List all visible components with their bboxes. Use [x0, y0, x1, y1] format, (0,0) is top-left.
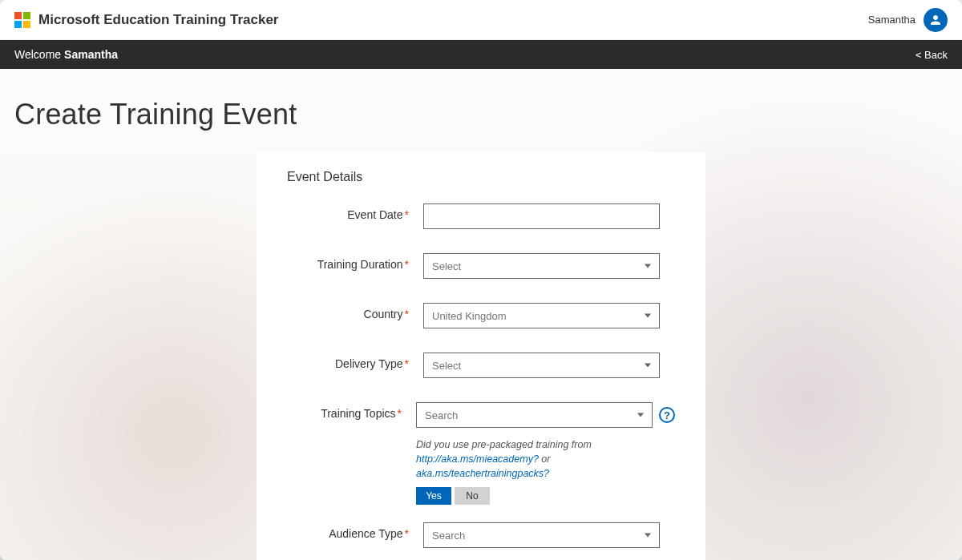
- label-delivery-type: Delivery Type*: [287, 353, 423, 370]
- welcome-bar: Welcome Samantha < Back: [0, 40, 962, 69]
- microsoft-logo-icon: [14, 12, 30, 28]
- training-duration-select[interactable]: Select: [423, 253, 660, 279]
- audience-type-select[interactable]: Search: [423, 522, 660, 548]
- app-frame: Microsoft Education Training Tracker Sam…: [0, 0, 962, 560]
- row-country: Country* United Kingdom: [287, 303, 675, 328]
- content-scroll[interactable]: Create Training Event Event Details Even…: [0, 69, 962, 560]
- row-delivery-type: Delivery Type* Select: [287, 353, 675, 378]
- row-event-date: Event Date*: [287, 203, 675, 229]
- label-training-duration: Training Duration*: [287, 253, 423, 271]
- page-title: Create Training Event: [14, 98, 948, 131]
- required-asterisk: *: [405, 208, 409, 221]
- delivery-type-select[interactable]: Select: [423, 353, 660, 378]
- chevron-down-icon: [645, 534, 651, 538]
- label-audience-type: Audience Type*: [287, 522, 423, 540]
- header-user-name: Samantha: [868, 14, 916, 26]
- chevron-down-icon: [645, 314, 651, 318]
- link-mieacademy[interactable]: http://aka.ms/mieacademy?: [416, 453, 539, 465]
- row-audience-type: Audience Type* Search: [287, 522, 675, 548]
- label-event-date: Event Date*: [287, 203, 423, 221]
- form-section-title: Event Details: [287, 170, 675, 184]
- header-right: Samantha: [868, 8, 948, 32]
- row-training-topics: Training Topics* Search ? Did you use pr…: [287, 402, 675, 505]
- top-header: Microsoft Education Training Tracker Sam…: [0, 0, 962, 40]
- event-date-input[interactable]: [423, 203, 660, 229]
- help-icon[interactable]: ?: [659, 407, 675, 423]
- user-icon: [928, 13, 943, 27]
- app-title: Microsoft Education Training Tracker: [38, 12, 278, 28]
- label-training-topics: Training Topics*: [287, 402, 416, 420]
- prepackaged-yes-button[interactable]: Yes: [416, 487, 451, 505]
- row-training-duration: Training Duration* Select: [287, 253, 675, 279]
- prepackaged-no-button[interactable]: No: [455, 487, 490, 505]
- link-teachertrainingpacks[interactable]: aka.ms/teachertrainingpacks?: [416, 468, 549, 479]
- welcome-label: Welcome: [14, 48, 61, 61]
- label-country: Country*: [287, 303, 423, 320]
- hero-content: Create Training Event Event Details Even…: [0, 69, 962, 560]
- back-link[interactable]: < Back: [916, 49, 948, 61]
- form-card: Event Details Event Date* Training Durat…: [257, 152, 705, 560]
- training-topics-select[interactable]: Search: [416, 402, 653, 428]
- chevron-down-icon: [637, 413, 644, 417]
- prepackaged-yn: Yes No: [416, 487, 490, 505]
- prepackaged-helper-text: Did you use pre-packaged training from h…: [416, 437, 675, 481]
- chevron-down-icon: [645, 264, 651, 268]
- country-select[interactable]: United Kingdom: [423, 303, 660, 328]
- welcome-user-name: Samantha: [64, 48, 118, 61]
- avatar[interactable]: [924, 8, 948, 32]
- chevron-down-icon: [645, 364, 651, 368]
